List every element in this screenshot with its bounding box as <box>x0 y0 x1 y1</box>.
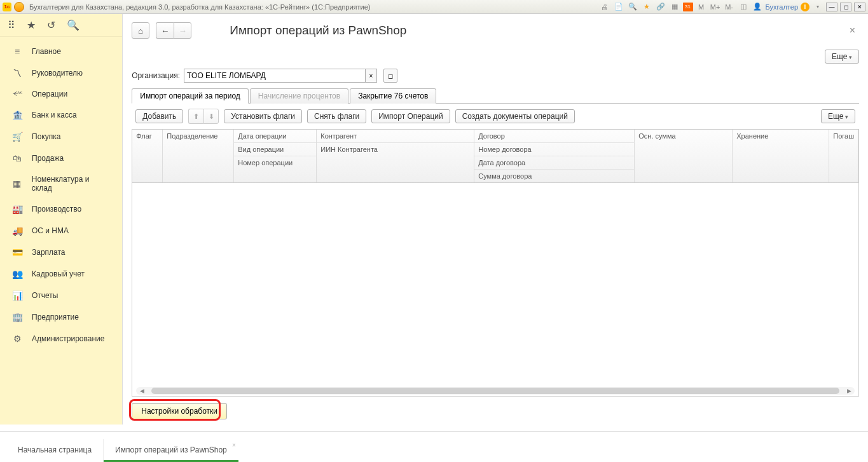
form-tabs: Импорт операций за период Начисление про… <box>132 88 859 104</box>
link-icon[interactable]: 🔗 <box>655 2 666 12</box>
maximize-button[interactable]: ◻ <box>840 3 851 11</box>
minimize-button[interactable]: — <box>826 3 837 11</box>
nav-sale[interactable]: 🛍Продажа <box>0 147 122 169</box>
factory-icon: 🏭 <box>11 204 23 214</box>
bank-icon: 🏦 <box>11 110 23 120</box>
star-icon[interactable]: ★ <box>641 2 652 12</box>
col-contract[interactable]: Договор <box>474 130 634 143</box>
nav-main[interactable]: ≡Главное <box>0 41 122 62</box>
nav-label: Покупка <box>32 132 60 141</box>
nav-manager[interactable]: 〽Руководителю <box>0 62 122 84</box>
people-icon: 👥 <box>11 269 23 279</box>
close-page-button[interactable]: × <box>846 25 859 36</box>
nav-label: Главное <box>32 47 61 56</box>
home-button[interactable]: ⌂ <box>132 22 149 39</box>
col-contract-date[interactable]: Дата договора <box>474 156 634 170</box>
col-flag[interactable]: Флаг <box>132 130 162 142</box>
close-button[interactable]: ✕ <box>854 3 865 11</box>
nav-enterprise[interactable]: 🏢Предприятие <box>0 306 122 328</box>
bottom-tab-current[interactable]: Импорт операций из PawnShop × <box>103 439 238 462</box>
app-menu-dropdown[interactable] <box>14 2 24 12</box>
window-title: Бухгалтерия для Казахстана, редакция 3.0… <box>29 3 599 11</box>
back-button[interactable]: ← <box>156 22 174 39</box>
col-op-date[interactable]: Дата операции <box>234 130 316 143</box>
nav-label: Администрирование <box>32 334 104 343</box>
user-name[interactable]: Бухгалтер <box>766 3 798 11</box>
nav-production[interactable]: 🏭Производство <box>0 198 122 220</box>
table-body[interactable] <box>132 183 858 386</box>
building-icon: 🏢 <box>11 312 23 322</box>
doc-icon[interactable]: 📄 <box>613 2 624 12</box>
info-dropdown[interactable]: ▾ <box>812 2 823 12</box>
settings-button[interactable]: Настройки обработки <box>132 403 227 419</box>
col-department[interactable]: Подразделение <box>163 130 233 142</box>
nav-label: Продажа <box>32 154 64 163</box>
m-minus-button[interactable]: M- <box>724 2 735 12</box>
set-flags-button[interactable]: Установить флаги <box>224 109 302 123</box>
org-open-button[interactable]: ◻ <box>383 69 397 83</box>
add-button[interactable]: Добавить <box>135 109 183 123</box>
info-icon[interactable]: i <box>801 3 809 11</box>
close-tab-icon[interactable]: × <box>232 442 236 449</box>
col-main-sum[interactable]: Осн. сумма <box>635 130 732 142</box>
import-ops-button[interactable]: Импорт Операций <box>371 109 450 123</box>
more-button-toolbar[interactable]: Еще <box>821 109 855 123</box>
truck-icon: 🚚 <box>11 226 23 236</box>
forward-button[interactable]: → <box>174 22 191 39</box>
m-button[interactable]: M <box>696 2 707 12</box>
gear-icon: ⚙ <box>11 334 23 344</box>
col-op-type[interactable]: Вид операции <box>234 143 316 156</box>
tab-import-period[interactable]: Импорт операций за период <box>132 88 249 104</box>
search-nav-icon[interactable]: 🔍 <box>67 19 79 31</box>
col-storage[interactable]: Хранение <box>733 130 829 142</box>
nav-admin[interactable]: ⚙Администрирование <box>0 328 122 350</box>
content-area: ⌂ ← → Импорт операций из PawnShop × Еще … <box>123 14 868 425</box>
col-op-number[interactable]: Номер операции <box>234 156 316 169</box>
col-contract-sum[interactable]: Сумма договора <box>474 170 634 182</box>
nav-reports[interactable]: 📊Отчеты <box>0 285 122 306</box>
favorites-icon[interactable]: ★ <box>27 19 36 31</box>
create-docs-button[interactable]: Создать документы операций <box>455 109 575 123</box>
nav-salary[interactable]: 💳Зарплата <box>0 241 122 263</box>
nav-bank[interactable]: 🏦Банк и касса <box>0 104 122 126</box>
app-logo-icon: 1c <box>3 3 11 11</box>
move-up-button[interactable]: ⬆ <box>188 109 203 124</box>
scrollbar-thumb[interactable] <box>151 388 839 394</box>
sections-icon[interactable]: ⠿ <box>8 19 15 31</box>
unset-flags-button[interactable]: Снять флаги <box>307 109 366 123</box>
nav-hr[interactable]: 👥Кадровый учет <box>0 263 122 285</box>
sidebar: ⠿ ★ ↺ 🔍 ≡Главное 〽Руководителю ᗕᴬᴷОперац… <box>0 14 123 425</box>
move-down-button[interactable]: ⬇ <box>203 109 219 124</box>
col-contract-number[interactable]: Номер договора <box>474 143 634 156</box>
col-counterparty[interactable]: Контрагент <box>317 130 474 143</box>
tab-close-76[interactable]: Закрытие 76 счетов <box>350 88 436 104</box>
org-input[interactable] <box>184 69 366 83</box>
col-repayment[interactable]: Погаш <box>829 130 858 142</box>
calendar-icon[interactable]: 31 <box>683 3 693 11</box>
history-icon[interactable]: ↺ <box>47 19 55 31</box>
scroll-right-icon[interactable]: ▶ <box>844 387 853 395</box>
panels-icon[interactable]: ◫ <box>738 2 749 12</box>
nav-label: Банк и касса <box>32 111 77 119</box>
horizontal-scrollbar[interactable]: ◀ ▶ <box>136 387 855 395</box>
org-clear-button[interactable]: × <box>366 69 377 83</box>
m-plus-button[interactable]: M+ <box>710 2 721 12</box>
nav-label: Руководителю <box>32 69 83 78</box>
nav-label: Предприятие <box>32 313 79 322</box>
bottom-tab-start[interactable]: Начальная страница <box>6 439 103 462</box>
search-icon[interactable]: 🔍 <box>627 2 638 12</box>
col-iin[interactable]: ИИН Контрагента <box>317 143 474 156</box>
card-icon: 💳 <box>11 247 23 257</box>
bottom-tab-label: Импорт операций из PawnShop <box>115 445 227 454</box>
nav-operations[interactable]: ᗕᴬᴷОперации <box>0 84 122 104</box>
nav-assets[interactable]: 🚚ОС и НМА <box>0 220 122 241</box>
tab-interest[interactable]: Начисление процентов <box>250 88 348 104</box>
nav-nomenclature[interactable]: ▦Номенклатура и склад <box>0 169 122 198</box>
nav-label: Производство <box>32 205 81 214</box>
print-icon[interactable]: 🖨 <box>599 2 610 12</box>
grid-icon[interactable]: ▦ <box>669 2 680 12</box>
nav-purchase[interactable]: 🛒Покупка <box>0 126 122 147</box>
more-button-top[interactable]: Еще <box>825 50 859 64</box>
scroll-left-icon[interactable]: ◀ <box>137 387 146 395</box>
cart-icon: 🛒 <box>11 132 23 142</box>
